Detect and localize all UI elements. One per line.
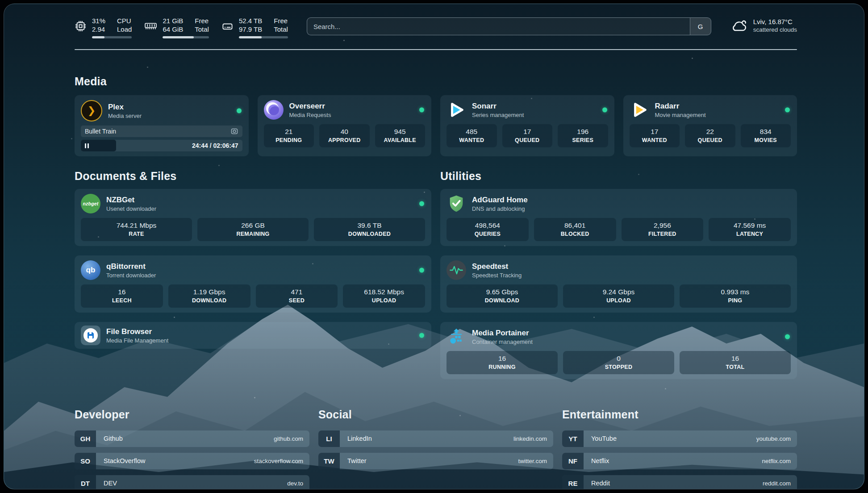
filebrowser-card[interactable]: File Browser Media File Management xyxy=(75,322,431,349)
radarr-subtitle: Movie management xyxy=(655,112,706,119)
adguard-subtitle: DNS and adblocking xyxy=(472,205,528,213)
bookmark-youtube[interactable]: YT YouTube youtube.com xyxy=(562,430,797,447)
nzbget-card[interactable]: nzbget NZBGet Usenet downloader 744.21 M… xyxy=(75,189,431,246)
overseerr-icon xyxy=(264,100,284,120)
stat-blocked: 86,401 BLOCKED xyxy=(534,218,616,241)
now-playing-icon[interactable] xyxy=(230,127,238,135)
search-engine-button[interactable]: G xyxy=(690,18,711,35)
qbittorrent-subtitle: Torrent downloader xyxy=(106,272,156,279)
bookmark-github[interactable]: GH Github github.com xyxy=(75,430,309,447)
developer-column: Developer GH Github github.com SO StackO… xyxy=(75,399,309,489)
section-title-utilities: Utilities xyxy=(440,170,797,183)
radarr-card[interactable]: Radarr Movie management 17 WANTED 22 QUE… xyxy=(623,95,797,156)
plex-progress-row: 24:44 / 02:06:47 xyxy=(81,140,242,151)
stat-upload: 618.52 Mbps UPLOAD xyxy=(343,284,425,308)
adguard-card[interactable]: AdGuard Home DNS and adblocking 498,564 … xyxy=(440,189,797,246)
plex-card[interactable]: ❯ Plex Media server Bullet Train xyxy=(75,95,249,156)
plex-now-playing-row: Bullet Train xyxy=(81,125,242,137)
stat-latency: 47.569 ms LATENCY xyxy=(709,218,791,241)
overseerr-card[interactable]: Overseerr Media Requests 21 PENDING 40 A… xyxy=(258,95,432,156)
stat-running: 16 RUNNING xyxy=(447,351,558,374)
section-title-developer: Developer xyxy=(75,408,309,421)
stat-downloaded: 39.6 TB DOWNLOADED xyxy=(314,218,425,241)
section-title-media: Media xyxy=(75,75,797,88)
qbittorrent-icon: qb xyxy=(81,260,100,280)
weather-condition: scattered clouds xyxy=(753,26,797,34)
documents-column: Documents & Files nzbget NZBGet Usenet d… xyxy=(75,170,431,379)
disk-monitor: 52.4 TB 97.9 TB Free Total xyxy=(221,17,288,38)
pause-icon xyxy=(85,143,86,148)
ram-icon xyxy=(144,20,157,32)
dashboard-screen: 31% 2.94 CPU Load xyxy=(4,4,864,489)
bookmark-stackoverflow[interactable]: SO StackOverflow stackoverflow.com xyxy=(75,453,309,469)
speedtest-name: Speedtest xyxy=(472,262,522,271)
plex-subtitle: Media server xyxy=(108,113,142,120)
stat-queued: 17 QUEUED xyxy=(502,124,553,147)
cloud-icon xyxy=(730,18,748,33)
portainer-card[interactable]: Media Portainer Container management 16 … xyxy=(440,322,797,379)
cpu-progress-track xyxy=(92,36,132,38)
bookmark-linkedin[interactable]: LI LinkedIn linkedin.com xyxy=(318,430,553,447)
stat-approved: 40 APPROVED xyxy=(319,124,370,147)
sonarr-name: Sonarr xyxy=(472,101,524,111)
bookmark-netflix[interactable]: NF Netflix netflix.com xyxy=(562,453,797,469)
stat-wanted: 17 WANTED xyxy=(630,124,680,147)
screenshot-frame: 31% 2.94 CPU Load xyxy=(0,0,868,493)
adguard-icon xyxy=(447,194,466,213)
topbar-divider xyxy=(75,49,797,50)
stat-wanted: 485 WANTED xyxy=(447,124,497,147)
filebrowser-status-dot xyxy=(419,333,424,338)
stat-seed: 471 SEED xyxy=(256,284,338,308)
plex-icon: ❯ xyxy=(81,100,102,121)
stat-movies: 834 MOVIES xyxy=(741,124,791,147)
section-title-documents: Documents & Files xyxy=(75,170,431,183)
weather-location-temperature: Lviv, 16.87°C xyxy=(753,17,797,26)
plex-now-playing-title: Bullet Train xyxy=(85,128,116,135)
cpu-values: 31% 2.94 xyxy=(92,17,105,33)
stat-pending: 21 PENDING xyxy=(264,124,314,147)
qbittorrent-name: qBittorrent xyxy=(106,262,156,271)
disk-progress-track xyxy=(239,36,288,38)
adguard-name: AdGuard Home xyxy=(472,195,528,205)
cpu-icon xyxy=(75,20,87,32)
plex-status-dot xyxy=(237,109,242,113)
memory-monitor: 21 GiB 64 GiB Free Total xyxy=(144,17,209,38)
disk-values: 52.4 TB 97.9 TB xyxy=(239,17,262,33)
entertainment-column: Entertainment YT YouTube youtube.com NF … xyxy=(562,399,797,489)
filebrowser-name: File Browser xyxy=(106,327,168,336)
disk-icon xyxy=(221,20,234,32)
memory-values: 21 GiB 64 GiB xyxy=(163,17,183,33)
bookmark-dev[interactable]: DT DEV dev.to xyxy=(75,475,309,490)
nzbget-status-dot xyxy=(419,201,424,206)
nzbget-subtitle: Usenet downloader xyxy=(106,205,156,213)
qbittorrent-card[interactable]: qb qBittorrent Torrent downloader 16 LEE… xyxy=(75,255,431,313)
stat-download: 1.19 Gbps DOWNLOAD xyxy=(168,284,250,308)
radarr-status-dot xyxy=(785,108,790,113)
stat-filtered: 2,956 FILTERED xyxy=(622,218,704,241)
stat-ping: 0.993 ms PING xyxy=(680,284,791,308)
speedtest-card[interactable]: Speedtest Speedtest Tracking 9.65 Gbps D… xyxy=(440,255,797,313)
overseerr-subtitle: Media Requests xyxy=(289,112,331,119)
stat-remaining: 266 GB REMAINING xyxy=(197,218,309,241)
bookmark-reddit[interactable]: RE Reddit reddit.com xyxy=(562,475,797,490)
sonarr-status-dot xyxy=(602,108,607,113)
qbittorrent-status-dot xyxy=(419,268,424,273)
portainer-name: Media Portainer xyxy=(472,328,533,338)
portainer-icon xyxy=(447,327,466,347)
portainer-status-dot xyxy=(785,334,790,339)
bookmark-twitter[interactable]: TW Twitter twitter.com xyxy=(318,453,553,469)
filebrowser-subtitle: Media File Management xyxy=(106,337,168,344)
stat-available: 945 AVAILABLE xyxy=(375,124,426,147)
stat-series: 196 SERIES xyxy=(558,124,608,147)
social-column: Social LI LinkedIn linkedin.com TW Twitt… xyxy=(318,399,553,489)
search-input[interactable] xyxy=(307,18,690,35)
portainer-subtitle: Container management xyxy=(472,338,533,346)
overseerr-status-dot xyxy=(419,108,424,113)
memory-labels: Free Total xyxy=(195,17,209,33)
stat-upload: 9.24 Gbps UPLOAD xyxy=(563,284,674,308)
sonarr-card[interactable]: Sonarr Series management 485 WANTED 17 Q… xyxy=(440,95,614,156)
memory-progress-fill xyxy=(163,36,193,38)
plex-name: Plex xyxy=(108,102,142,112)
stat-rate: 744.21 Mbps RATE xyxy=(81,218,192,241)
memory-progress-track xyxy=(163,36,209,38)
